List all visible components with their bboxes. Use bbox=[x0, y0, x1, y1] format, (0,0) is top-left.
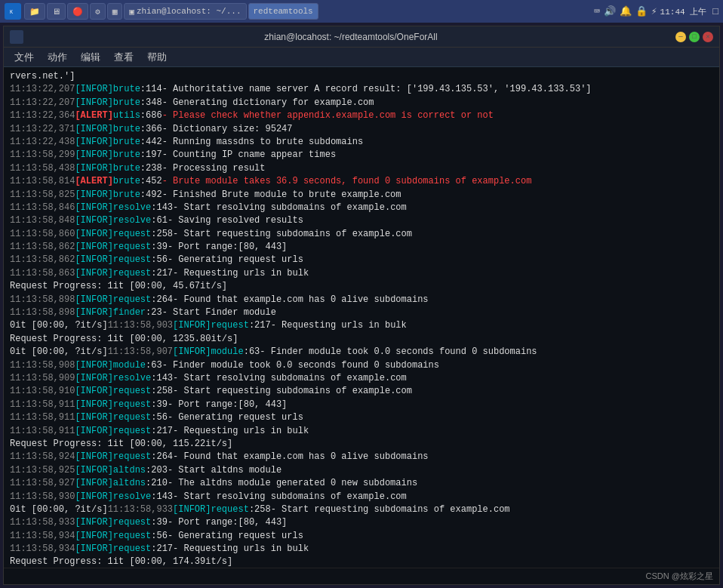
terminal-line: 11:13:58,927 [INFOR] altdns:210 - The al… bbox=[10, 477, 713, 490]
app-icon-1: 🖥 bbox=[52, 7, 60, 17]
terminal-label: zhian@locahost: ~/... bbox=[137, 7, 242, 16]
window-title: zhian@locahost: ~/redteamtools/OneForAll bbox=[26, 32, 675, 42]
terminal-line: 11:13:58,299 [INFOR] brute:197 - Countin… bbox=[10, 149, 713, 162]
terminal-line: 11:13:58,898 [INFOR] request:264 - Found… bbox=[10, 294, 713, 306]
terminal-line: 11:13:58,910 [INFOR] request:258 - Start… bbox=[10, 385, 713, 398]
terminal-line: 11:13:22,371 [INFOR] brute:366 - Diction… bbox=[10, 123, 713, 136]
battery-icon: 🔒 bbox=[635, 5, 648, 17]
menu-file[interactable]: 文件 bbox=[8, 48, 40, 66]
terminal-line: 11:13:58,909 [INFOR] resolve:143 - Start… bbox=[10, 372, 713, 385]
window-controls: ─ □ ✕ bbox=[675, 32, 713, 42]
taskbar-terminal[interactable]: ▣ zhian@locahost: ~/... bbox=[124, 3, 246, 20]
taskbar: K 📁 🖥 🔴 ⚙ ▦ ▣ zhian@locahost: ~/... redt… bbox=[0, 0, 723, 23]
terminal-line: 11:13:58,898 [INFOR] finder:23 - Start F… bbox=[10, 306, 713, 319]
terminal-line: Request Progress: 1it [00:00, 45.67it/s] bbox=[10, 280, 713, 293]
menu-action[interactable]: 动作 bbox=[42, 48, 73, 66]
terminal-line: rvers.net.'] bbox=[10, 70, 713, 83]
statusbar: CSDN @炫彩之星 bbox=[4, 568, 719, 584]
network-icon: 🔊 bbox=[604, 5, 616, 17]
terminal-line: 11:13:58,911 [INFOR] request:217 - Reque… bbox=[10, 425, 713, 438]
terminal-line: 11:13:22,207 [INFOR] brute:114 - Authori… bbox=[10, 83, 713, 96]
volume-icon: 🔔 bbox=[620, 5, 632, 17]
terminal-window: zhian@locahost: ~/redteamtools/OneForAll… bbox=[3, 26, 720, 585]
window-titlebar: zhian@locahost: ~/redteamtools/OneForAll… bbox=[4, 26, 719, 48]
terminal-line: Request Progress: 1it [00:00, 1235.80it/… bbox=[10, 333, 713, 346]
taskbar-apps: 📁 🖥 🔴 ⚙ ▦ ▣ zhian@locahost: ~/... redtea… bbox=[24, 3, 318, 20]
clock-time: 11:44 上午 bbox=[660, 6, 707, 17]
terminal-line: 11:13:58,825 [INFOR] brute:492 - Finishe… bbox=[10, 189, 713, 202]
terminal-line: 11:13:58,814 [ALERT] brute:452 - Brute m… bbox=[10, 175, 713, 188]
keyboard-icon: ⌨ bbox=[594, 5, 600, 17]
window-app-icon bbox=[10, 30, 23, 44]
terminal-line: 0it [00:00, ?it/s]11:13:58,933 [INFOR] r… bbox=[10, 503, 713, 516]
close-button[interactable]: ✕ bbox=[703, 32, 713, 42]
taskbar-app-btn1[interactable]: 🖥 bbox=[47, 3, 66, 20]
app-icon-4: ▦ bbox=[112, 7, 118, 17]
taskbar-redteam[interactable]: redteamtools bbox=[248, 3, 318, 20]
menubar: 文件 动作 编辑 查看 帮助 bbox=[4, 48, 719, 67]
menu-view[interactable]: 查看 bbox=[108, 48, 140, 66]
statusbar-text: CSDN @炫彩之星 bbox=[646, 571, 713, 582]
menu-edit[interactable]: 编辑 bbox=[75, 48, 106, 66]
terminal-line: 11:13:58,924 [INFOR] request:264 - Found… bbox=[10, 451, 713, 463]
app-icon-3: ⚙ bbox=[95, 7, 100, 17]
terminal-line: 11:13:58,862 [INFOR] request:39 - Port r… bbox=[10, 241, 713, 254]
terminal-line: 11:13:22,207 [INFOR] brute:348 - Generat… bbox=[10, 97, 713, 109]
taskbar-app-btn3[interactable]: ⚙ bbox=[90, 3, 106, 20]
redteam-label: redteamtools bbox=[254, 7, 313, 16]
folder-icon: 📁 bbox=[29, 7, 40, 17]
terminal-line: Request Progress: 1it [00:00, 115.22it/s… bbox=[10, 438, 713, 451]
terminal-line: 11:13:58,911 [INFOR] request:39 - Port r… bbox=[10, 399, 713, 411]
taskbar-app-btn2[interactable]: 🔴 bbox=[67, 3, 88, 20]
system-tray: ⌨ 🔊 🔔 🔒 ⚡ bbox=[594, 5, 657, 17]
terminal-line: 0it [00:00, ?it/s]11:13:58,907 [INFOR] m… bbox=[10, 346, 713, 359]
terminal-line: 11:13:58,934 [INFOR] request:56 - Genera… bbox=[10, 530, 713, 543]
terminal-line: 11:13:58,860 [INFOR] request:258 - Start… bbox=[10, 228, 713, 241]
terminal-line: 11:13:58,911 [INFOR] request:56 - Genera… bbox=[10, 411, 713, 424]
terminal-output[interactable]: rvers.net.'] 11:13:22,207 [INFOR] brute:… bbox=[4, 67, 719, 568]
terminal-line: 11:13:58,908 [INFOR] module:63 - Finder … bbox=[10, 359, 713, 372]
kali-icon[interactable]: K bbox=[5, 3, 21, 20]
svg-text:K: K bbox=[10, 9, 13, 15]
power-icon: ⚡ bbox=[651, 5, 657, 17]
terminal-line: 11:13:22,438 [INFOR] brute:442 - Running… bbox=[10, 136, 713, 149]
terminal-line: 11:13:22,364 [ALERT] utils:686 - Please … bbox=[10, 109, 713, 122]
calendar-icon: □ bbox=[712, 6, 718, 17]
terminal-line: 11:13:58,934 [INFOR] request:217 - Reque… bbox=[10, 543, 713, 556]
terminal-line: 11:13:58,930 [INFOR] resolve:143 - Start… bbox=[10, 491, 713, 503]
taskbar-app-btn4[interactable]: ▦ bbox=[107, 3, 123, 20]
terminal-line: 11:13:58,933 [INFOR] request:39 - Port r… bbox=[10, 516, 713, 529]
app-icon-2: 🔴 bbox=[72, 7, 83, 17]
minimize-button[interactable]: ─ bbox=[675, 32, 686, 42]
terminal-line: 11:13:58,863 [INFOR] request:217 - Reque… bbox=[10, 267, 713, 280]
terminal-icon: ▣ bbox=[129, 7, 134, 17]
terminal-line: 11:13:58,925 [INFOR] altdns:203 - Start … bbox=[10, 464, 713, 477]
terminal-line: 11:13:58,848 [INFOR] resolve:61 - Saving… bbox=[10, 214, 713, 227]
terminal-line: 11:13:58,438 [INFOR] brute:238 - Process… bbox=[10, 162, 713, 175]
maximize-button[interactable]: □ bbox=[689, 32, 700, 42]
terminal-line: 11:13:58,846 [INFOR] resolve:143 - Start… bbox=[10, 202, 713, 214]
taskbar-app-files[interactable]: 📁 bbox=[24, 3, 45, 20]
terminal-line: 0it [00:00, ?it/s]11:13:58,903 [INFOR] r… bbox=[10, 319, 713, 332]
menu-help[interactable]: 帮助 bbox=[141, 48, 173, 66]
terminal-line: Request Progress: 1it [00:00, 174.39it/s… bbox=[10, 556, 713, 568]
clock: 11:44 上午 □ bbox=[660, 6, 718, 17]
terminal-line: 11:13:58,862 [INFOR] request:56 - Genera… bbox=[10, 254, 713, 266]
